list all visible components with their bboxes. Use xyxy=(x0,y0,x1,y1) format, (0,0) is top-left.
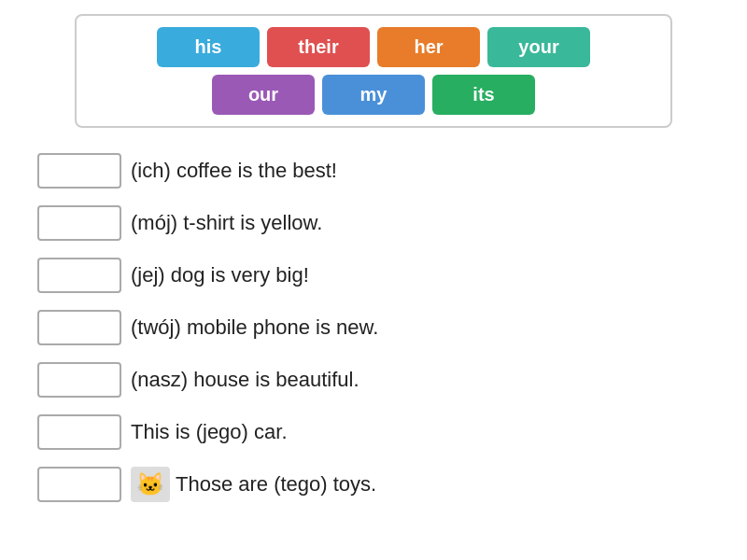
answer-box-6[interactable] xyxy=(37,467,121,502)
answer-box-5[interactable] xyxy=(37,414,121,450)
sentence-text-6: 🐱Those are (tego) toys. xyxy=(131,467,376,502)
sentence-text-4: (nasz) house is beautiful. xyxy=(131,368,359,392)
exercise-list: (ich) coffee is the best!(mój) t-shirt i… xyxy=(37,147,728,509)
exercise-item-0: (ich) coffee is the best! xyxy=(37,147,728,195)
word-bank-row-1: histheirheryour xyxy=(91,27,656,67)
btn-his[interactable]: his xyxy=(157,27,260,67)
exercise-item-3: (twój) mobile phone is new. xyxy=(37,303,728,352)
btn-your[interactable]: your xyxy=(487,27,590,67)
sentence-text-2: (jej) dog is very big! xyxy=(131,263,309,287)
cat-image-6: 🐱 xyxy=(131,467,170,502)
exercise-item-6: 🐱Those are (tego) toys. xyxy=(37,460,728,509)
answer-box-0[interactable] xyxy=(37,153,121,189)
btn-our[interactable]: our xyxy=(212,75,315,115)
answer-box-2[interactable] xyxy=(37,258,121,293)
btn-their[interactable]: their xyxy=(267,27,370,67)
answer-box-3[interactable] xyxy=(37,310,121,345)
answer-box-1[interactable] xyxy=(37,205,121,241)
exercise-item-1: (mój) t-shirt is yellow. xyxy=(37,199,728,247)
sentence-text-3: (twój) mobile phone is new. xyxy=(131,315,378,340)
exercise-item-2: (jej) dog is very big! xyxy=(37,251,728,300)
exercise-item-4: (nasz) house is beautiful. xyxy=(37,356,728,404)
sentence-text-1: (mój) t-shirt is yellow. xyxy=(131,211,322,235)
sentence-text-0: (ich) coffee is the best! xyxy=(131,159,337,183)
sentence-text-5: This is (jego) car. xyxy=(131,420,288,444)
btn-her[interactable]: her xyxy=(377,27,480,67)
btn-its[interactable]: its xyxy=(432,75,535,115)
answer-box-4[interactable] xyxy=(37,362,121,398)
btn-my[interactable]: my xyxy=(322,75,425,115)
exercise-item-5: This is (jego) car. xyxy=(37,408,728,456)
word-bank-row-2: ourmyits xyxy=(91,75,656,115)
word-bank: histheirheryour ourmyits xyxy=(75,14,672,128)
